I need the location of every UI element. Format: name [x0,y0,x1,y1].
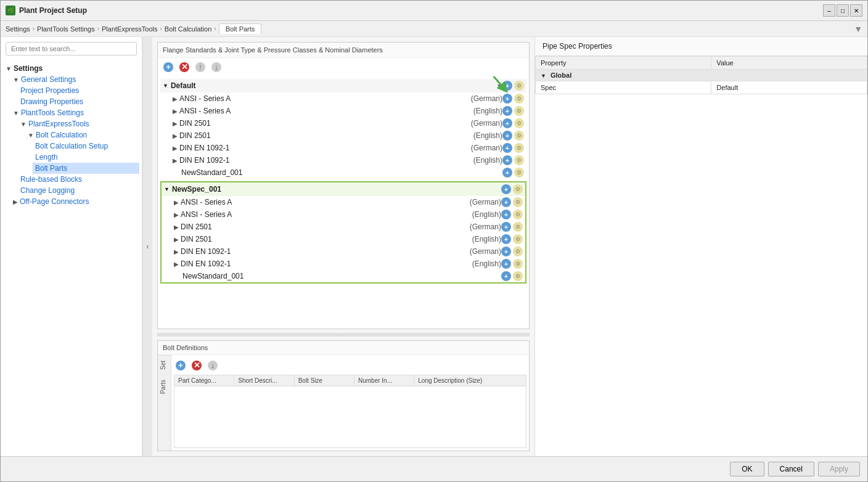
bolt-remove-button[interactable]: ✕ [190,359,203,372]
row-gear-button[interactable]: ⚙ [514,168,524,178]
row-gear-button[interactable]: ⚙ [514,118,524,128]
vertical-splitter[interactable]: · · · · · [157,333,530,337]
add-button[interactable]: + [162,60,175,74]
row-add-button[interactable]: + [501,210,511,219]
sidebar-item-general-settings[interactable]: ▼General Settings [10,74,139,85]
close-button[interactable]: ✕ [850,4,862,17]
row-gear-button[interactable]: ⚙ [514,94,524,104]
list-item[interactable]: ▶ DIN 2501 (German) + ⚙ [171,221,525,233]
list-item[interactable]: ▶ DIN 2501 (English) + ⚙ [170,129,526,142]
sidebar-item-settings[interactable]: ▼Settings [3,63,139,74]
list-item[interactable]: ▶ DIN 2501 (German) + ⚙ [170,117,526,129]
list-item[interactable]: NewStandard_001 + ⚙ [170,166,526,179]
row-gear-button[interactable]: ⚙ [514,106,524,116]
sidebar-item-rule-blocks[interactable]: Rule-based Blocks [18,174,139,185]
row-add-button[interactable]: + [502,106,512,116]
row-gear-button[interactable]: ⚙ [514,155,524,165]
default-spec-header[interactable]: ▼ Default ▼ + ⚙ [160,79,526,92]
sidebar-item-project-properties[interactable]: Project Properties [18,85,139,96]
col-bolt-size: Bolt Size [295,375,354,386]
sidebar-item-planttools[interactable]: ▼PlantTools Settings [10,107,139,118]
bolt-add-button[interactable]: + [174,359,187,372]
row-gear-button[interactable]: ⚙ [513,271,523,281]
bolt-down-button[interactable]: ↓ [206,359,219,372]
row-gear-button[interactable]: ⚙ [513,210,523,219]
title-controls: – □ ✕ [823,4,862,17]
row-gear-button[interactable]: ⚙ [513,234,523,244]
list-item[interactable]: ▶ ANSI - Series A (German) + ⚙ [171,196,525,208]
list-item[interactable]: ▶ DIN EN 1092-1 (English) + ⚙ [170,154,526,166]
row-add-button[interactable]: + [501,271,511,281]
breadcrumb-dropdown-arrow[interactable]: ▼ [854,24,862,34]
apply-button[interactable]: Apply [818,462,860,476]
row-add-button[interactable]: + [502,155,512,165]
down-button[interactable]: ↓ [210,60,223,74]
newspec-add-button[interactable]: + [501,184,511,194]
row-add-button[interactable]: + [502,131,512,141]
maximize-button[interactable]: □ [837,4,849,17]
app-icon: 🌿 [6,6,15,15]
properties-table: Property Value ▼ Global Spec Default [535,56,867,94]
sidebar-collapse-button[interactable]: ‹ [142,37,152,456]
row-chevron-icon: ▶ [174,199,179,206]
svg-text:↑: ↑ [199,62,203,71]
sidebar-item-length[interactable]: Length [33,152,139,163]
row-gear-button[interactable]: ⚙ [513,222,523,232]
list-item[interactable]: ▶ DIN EN 1092-1 (German) + ⚙ [171,245,525,258]
row-add-button[interactable]: + [501,234,511,244]
list-item[interactable]: NewStandard_001 + ⚙ [171,270,525,282]
breadcrumb-bolt-calc[interactable]: Bolt Calculation [165,25,211,33]
row-add-button[interactable]: + [501,247,511,256]
cancel-button[interactable]: Cancel [768,462,814,476]
list-item[interactable]: ▶ ANSI - Series A (English) + ⚙ [170,105,526,117]
sidebar-item-drawing-properties[interactable]: Drawing Properties [18,96,139,107]
up-button[interactable]: ↑ [194,60,207,74]
row-add-button[interactable]: + [501,197,511,207]
row-gear-button[interactable]: ⚙ [514,143,524,153]
row-add-button[interactable]: + [501,222,511,232]
row-gear-button[interactable]: ⚙ [513,259,523,269]
default-gear-button[interactable]: ⚙ [514,81,524,91]
row-chevron-icon: ▶ [174,211,179,218]
flange-panel: Flange Standards & Joint Type & Pressure… [157,42,530,329]
col-value: Value [711,57,867,70]
newspec-header[interactable]: ▼ NewSpec_001 + ⚙ [162,182,525,196]
right-panel-title: Pipe Spec Properties [542,42,612,51]
prop-spec-value: Default [711,81,867,94]
tab-set[interactable]: Set [158,355,171,375]
minimize-button[interactable]: – [823,4,835,17]
list-item[interactable]: ▶ ANSI - Series A (English) + ⚙ [171,208,525,221]
breadcrumb-settings[interactable]: Settings [6,25,30,33]
row-gear-button[interactable]: ⚙ [513,247,523,256]
newspec-name: NewSpec_001 [172,185,501,194]
sidebar-item-bolt-parts[interactable]: Bolt Parts [33,163,139,174]
list-item[interactable]: ▶ DIN EN 1092-1 (German) + ⚙ [170,142,526,154]
row-add-button[interactable]: + [502,118,512,128]
row-gear-button[interactable]: ⚙ [514,131,524,141]
list-item[interactable]: ▶ DIN 2501 (English) + ⚙ [171,233,525,245]
breadcrumb-plantexpress[interactable]: PlantExpressTools [102,25,158,33]
row-add-button[interactable]: + [501,259,511,269]
sidebar-item-bolt-calculation[interactable]: ▼Bolt Calculation [25,129,139,141]
list-item[interactable]: ▶ ANSI - Series A (German) + ⚙ [170,92,526,105]
remove-button[interactable]: ✕ [178,60,191,74]
sidebar-item-plantexpress[interactable]: ▼PlantExpressTools [18,118,139,129]
row-gear-button[interactable]: ⚙ [513,197,523,207]
sidebar-item-change-logging[interactable]: Change Logging [18,185,139,196]
row-add-button[interactable]: + [502,168,512,178]
list-item[interactable]: ▶ DIN EN 1092-1 (English) + ⚙ [171,258,525,270]
sidebar-item-bolt-calc-setup[interactable]: Bolt Calculation Setup [33,141,139,152]
row-add-button[interactable]: + [502,143,512,153]
sidebar-item-off-page[interactable]: ▶Off-Page Connectors [10,196,139,207]
ok-button[interactable]: OK [730,462,764,476]
search-input[interactable] [6,42,137,55]
sidebar-group-bolt: Bolt Calculation Setup Length Bolt Parts [33,141,139,174]
row-chevron-icon: ▶ [173,96,178,102]
breadcrumb-bolt-parts[interactable]: Bolt Parts [219,23,262,34]
chevron-down-icon: ▼ [13,76,19,83]
bolt-column-headers: Part Catego... Short Descri... Bolt Size… [174,375,526,386]
breadcrumb-planttools[interactable]: PlantTools Settings [37,25,95,33]
newspec-gear-button[interactable]: ⚙ [513,184,523,194]
spec-tree-area: ▼ Default ▼ + ⚙ ▶ ANSI - [158,76,529,329]
tab-parts[interactable]: Parts [158,375,171,399]
